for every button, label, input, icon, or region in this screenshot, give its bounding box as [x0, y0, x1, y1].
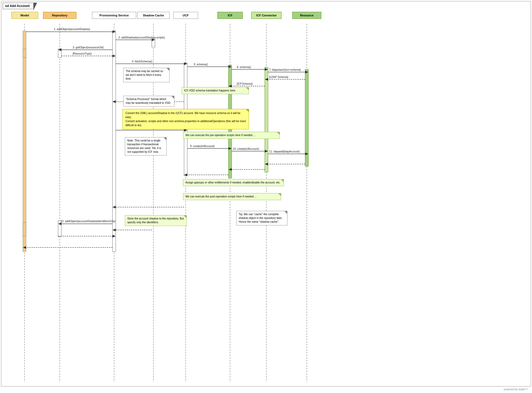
lifeline-icf: ICF — [217, 12, 243, 19]
lifeline-ucf: UCF — [173, 12, 198, 19]
note-schema-cache: The schema may be cached so we don't nee… — [123, 68, 170, 82]
sd-title: sd Add Account — [3, 3, 34, 9]
note-store-shadow: Store the account shadow to the reposito… — [125, 215, 187, 226]
lifeline-provisioning: Provisioning Service — [92, 12, 136, 19]
watermark: powered by astah™ — [504, 388, 528, 391]
lifeline-model: Model — [11, 12, 38, 19]
note-icf-xsd: ICF-XSD schema translation happens here — [182, 87, 249, 94]
note-assign: Assign grpoups or other entitlements if … — [183, 179, 284, 186]
lifeline-repository: Repository — [43, 12, 76, 19]
lifeline-shadow-cache: Shadow Cache — [137, 12, 170, 19]
note-postop: We can execute the post-operation script… — [183, 193, 281, 200]
note-transaction: Note: This could be a single transaction… — [125, 137, 167, 155]
lifeline-resource: Resource — [292, 12, 321, 19]
note-shadow-cache-tip: Tip: We can "cache" the complete shadow … — [236, 211, 287, 225]
diagram-container: sd Add Account — [0, 0, 532, 393]
note-schema-proc: "Schema Processor" format which may be s… — [123, 96, 174, 107]
lifeline-icf-connector: ICF Connector — [251, 12, 281, 19]
note-convert: Convert the (XML) accountShadow to the (… — [122, 109, 249, 129]
note-preop: We can execute the pre-operation scripts… — [183, 132, 280, 139]
